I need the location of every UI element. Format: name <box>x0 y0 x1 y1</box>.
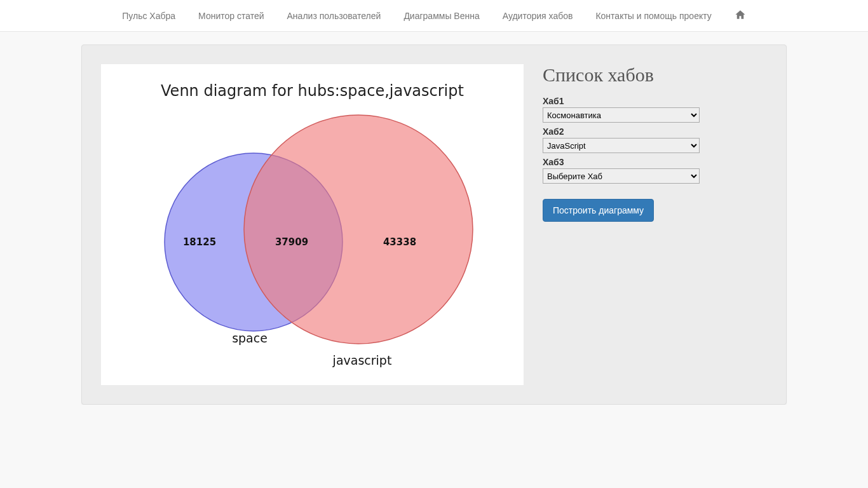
nav-link-venn[interactable]: Диаграммы Венна <box>403 11 479 21</box>
venn-value-b-only: 43338 <box>383 236 416 248</box>
sidebar-form: Список хабов Хаб1 Космонавтика Хаб2 Java… <box>543 64 767 385</box>
form-group-hub2: Хаб2 JavaScript <box>543 126 767 157</box>
nav-link-monitor[interactable]: Монитор статей <box>198 11 264 21</box>
venn-title: Venn diagram for hubs:space,javascript <box>101 82 524 100</box>
form-group-hub1: Хаб1 Космонавтика <box>543 96 767 126</box>
nav-link-home[interactable] <box>735 9 746 20</box>
home-icon <box>735 9 746 20</box>
main-container: Venn diagram for hubs:space,javascript 1… <box>72 44 796 405</box>
sidebar-heading: Список хабов <box>543 64 767 86</box>
nav-link-pulse[interactable]: Пульс Хабра <box>122 11 175 21</box>
venn-label-a: space <box>232 331 268 345</box>
nav-link-audience[interactable]: Аудитория хабов <box>503 11 573 21</box>
venn-diagram: Venn diagram for hubs:space,javascript 1… <box>101 64 524 385</box>
hub1-label: Хаб1 <box>543 96 767 106</box>
top-navbar: Пульс Хабра Монитор статей Анализ пользо… <box>0 0 868 32</box>
submit-button[interactable]: Построить диаграмму <box>543 199 654 222</box>
hub2-label: Хаб2 <box>543 126 767 137</box>
venn-svg: 18125 37909 43338 space javascript <box>101 64 524 385</box>
venn-value-a-only: 18125 <box>183 236 216 248</box>
hub2-select[interactable]: JavaScript <box>543 138 700 153</box>
nav-link-contacts[interactable]: Контакты и помощь проекту <box>595 11 711 21</box>
venn-circle-b <box>244 115 473 344</box>
venn-value-intersection: 37909 <box>275 236 308 248</box>
content-panel: Venn diagram for hubs:space,javascript 1… <box>81 44 787 405</box>
venn-label-b: javascript <box>332 353 392 367</box>
hub3-label: Хаб3 <box>543 157 767 167</box>
hub3-select[interactable]: Выберите Хаб <box>543 168 700 184</box>
venn-column: Venn diagram for hubs:space,javascript 1… <box>101 64 524 385</box>
hub1-select[interactable]: Космонавтика <box>543 107 700 123</box>
form-group-hub3: Хаб3 Выберите Хаб <box>543 157 767 187</box>
nav-links: Пульс Хабра Монитор статей Анализ пользо… <box>111 0 757 32</box>
nav-link-users[interactable]: Анализ пользователей <box>287 11 381 21</box>
